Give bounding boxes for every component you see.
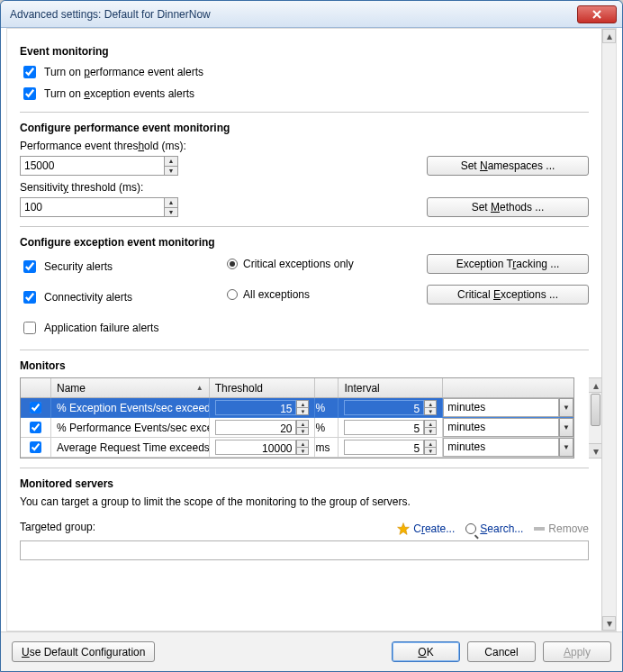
col-interval-unit[interactable] bbox=[443, 378, 573, 397]
input-targeted-group[interactable] bbox=[20, 540, 589, 560]
spin-down-icon[interactable]: ▼ bbox=[296, 407, 309, 415]
grid-header: Name▲ Threshold Interval bbox=[21, 378, 573, 398]
spin-up-icon[interactable]: ▲ bbox=[164, 197, 178, 207]
set-namespaces-button[interactable]: Set Namespaces ... bbox=[427, 156, 589, 176]
col-interval[interactable]: Interval bbox=[339, 378, 443, 397]
checkbox-security-alerts[interactable] bbox=[23, 260, 36, 273]
scroll-track[interactable] bbox=[602, 43, 616, 616]
interval-spinner[interactable]: 5▲▼ bbox=[344, 420, 437, 435]
input-sensitivity[interactable] bbox=[20, 197, 164, 217]
spin-up-icon[interactable]: ▲ bbox=[296, 420, 309, 427]
cell-interval: 5▲▼ bbox=[339, 418, 443, 438]
radio-dot-icon bbox=[227, 259, 238, 269]
scroll-up-icon[interactable]: ▴ bbox=[602, 29, 616, 43]
apply-button[interactable]: Apply bbox=[543, 641, 611, 662]
spin-down-icon[interactable]: ▼ bbox=[296, 427, 309, 435]
threshold-value[interactable]: 15 bbox=[215, 400, 297, 415]
body-scrollbar[interactable]: ▴ ▾ bbox=[601, 29, 616, 631]
scroll-down-icon[interactable]: ▾ bbox=[602, 616, 616, 631]
checkbox-app-failure-alerts[interactable] bbox=[23, 322, 36, 334]
checkbox-perf-alerts[interactable] bbox=[23, 66, 36, 78]
label-targeted-group: Targeted group: bbox=[20, 521, 95, 533]
cell-name: Average Request Time exceeds th... bbox=[51, 438, 210, 458]
interval-unit-combo[interactable]: minutes▼ bbox=[443, 398, 573, 417]
spin-down-icon[interactable]: ▼ bbox=[164, 166, 178, 177]
row-checkbox[interactable] bbox=[30, 441, 41, 453]
interval-spinner[interactable]: 5▲▼ bbox=[344, 440, 437, 455]
checkbox-connectivity-alerts[interactable] bbox=[23, 291, 36, 304]
chevron-down-icon[interactable]: ▼ bbox=[559, 438, 573, 457]
spin-buttons[interactable]: ▲▼ bbox=[164, 197, 178, 217]
spinner-perf-threshold[interactable]: ▲▼ bbox=[20, 156, 178, 176]
spin-buttons[interactable]: ▲▼ bbox=[164, 156, 178, 176]
scroll-down-icon[interactable]: ▾ bbox=[589, 443, 601, 458]
interval-unit-combo[interactable]: minutes▼ bbox=[443, 438, 573, 457]
checkbox-exc-alerts[interactable] bbox=[23, 87, 36, 100]
table-row[interactable]: Average Request Time exceeds th...10000▲… bbox=[21, 438, 573, 458]
spin-up-icon[interactable]: ▲ bbox=[164, 156, 178, 166]
interval-value[interactable]: 5 bbox=[344, 400, 424, 415]
svg-marker-0 bbox=[398, 523, 410, 535]
label-critical-only: Critical exceptions only bbox=[243, 258, 354, 270]
spin-down-icon[interactable]: ▼ bbox=[424, 447, 437, 455]
combo-value: minutes bbox=[443, 418, 559, 437]
threshold-spinner[interactable]: 15▲▼ bbox=[215, 400, 310, 415]
monitors-grid[interactable]: Name▲ Threshold Interval % Exception Eve… bbox=[20, 377, 574, 459]
spin-up-icon[interactable]: ▲ bbox=[424, 420, 437, 427]
ok-button[interactable]: OK bbox=[392, 641, 460, 662]
spin-up-icon[interactable]: ▲ bbox=[424, 400, 437, 407]
spin-up-icon[interactable]: ▲ bbox=[424, 440, 437, 447]
scroll-thumb[interactable] bbox=[591, 394, 600, 426]
remove-link-label: Remove bbox=[548, 522, 589, 535]
set-methods-button[interactable]: Set Methods ... bbox=[427, 197, 589, 217]
exception-tracking-button[interactable]: Exception Tracking ... bbox=[427, 254, 589, 274]
cell-checkbox bbox=[21, 418, 51, 438]
col-interval-label: Interval bbox=[344, 382, 379, 395]
threshold-value[interactable]: 20 bbox=[215, 420, 297, 435]
threshold-value[interactable]: 10000 bbox=[215, 440, 297, 455]
sort-asc-icon: ▲ bbox=[196, 384, 203, 392]
threshold-spinner[interactable]: 10000▲▼ bbox=[215, 440, 310, 455]
interval-value[interactable]: 5 bbox=[344, 440, 424, 455]
spin-down-icon[interactable]: ▼ bbox=[164, 207, 178, 218]
cell-name: % Performance Events/sec excee... bbox=[51, 418, 210, 438]
spin-down-icon[interactable]: ▼ bbox=[424, 407, 437, 415]
titlebar[interactable]: Advanced settings: Default for DinnerNow bbox=[1, 1, 622, 28]
create-link[interactable]: Create... bbox=[397, 522, 455, 535]
spin-up-icon[interactable]: ▲ bbox=[296, 440, 309, 447]
heading-monitors: Monitors bbox=[20, 359, 589, 372]
table-row[interactable]: % Exception Events/sec exceeds ...15▲▼%5… bbox=[21, 398, 573, 418]
interval-spinner[interactable]: 5▲▼ bbox=[344, 400, 437, 415]
col-name[interactable]: Name▲ bbox=[51, 378, 210, 397]
spin-down-icon[interactable]: ▼ bbox=[424, 427, 437, 435]
spin-up-icon[interactable]: ▲ bbox=[296, 400, 309, 407]
cell-name: % Exception Events/sec exceeds ... bbox=[51, 398, 210, 418]
spin-down-icon[interactable]: ▼ bbox=[296, 447, 309, 455]
col-unit[interactable] bbox=[315, 378, 339, 397]
cancel-button[interactable]: Cancel bbox=[467, 641, 536, 662]
row-checkbox[interactable] bbox=[30, 402, 41, 413]
close-button[interactable] bbox=[577, 5, 617, 23]
table-row[interactable]: % Performance Events/sec excee...20▲▼%5▲… bbox=[21, 418, 573, 438]
radio-all-exceptions[interactable]: All exceptions bbox=[227, 288, 398, 301]
interval-value[interactable]: 5 bbox=[344, 420, 424, 435]
search-link[interactable]: Search... bbox=[465, 522, 523, 535]
col-threshold[interactable]: Threshold bbox=[210, 378, 316, 397]
use-default-button[interactable]: Use Default Configuration bbox=[12, 641, 155, 662]
interval-unit-combo[interactable]: minutes▼ bbox=[443, 418, 573, 437]
grid-body: % Exception Events/sec exceeds ...15▲▼%5… bbox=[21, 398, 573, 458]
row-checkbox[interactable] bbox=[30, 422, 41, 433]
chevron-down-icon[interactable]: ▼ bbox=[559, 398, 573, 417]
scroll-up-icon[interactable]: ▴ bbox=[589, 378, 601, 393]
cell-interval-unit: minutes▼ bbox=[443, 418, 573, 438]
window-title: Advanced settings: Default for DinnerNow bbox=[6, 8, 577, 21]
col-checkbox[interactable] bbox=[21, 378, 51, 397]
spinner-sensitivity[interactable]: ▲▼ bbox=[20, 197, 178, 217]
input-perf-threshold[interactable] bbox=[20, 156, 164, 176]
critical-exceptions-button[interactable]: Critical Exceptions ... bbox=[427, 285, 589, 304]
radio-critical-only[interactable]: Critical exceptions only bbox=[227, 258, 398, 270]
grid-scrollbar[interactable]: ▴ ▾ bbox=[589, 377, 601, 459]
threshold-spinner[interactable]: 20▲▼ bbox=[215, 420, 310, 435]
chevron-down-icon[interactable]: ▼ bbox=[559, 418, 573, 437]
content-area: Event monitoring Turn on performance eve… bbox=[7, 29, 601, 631]
